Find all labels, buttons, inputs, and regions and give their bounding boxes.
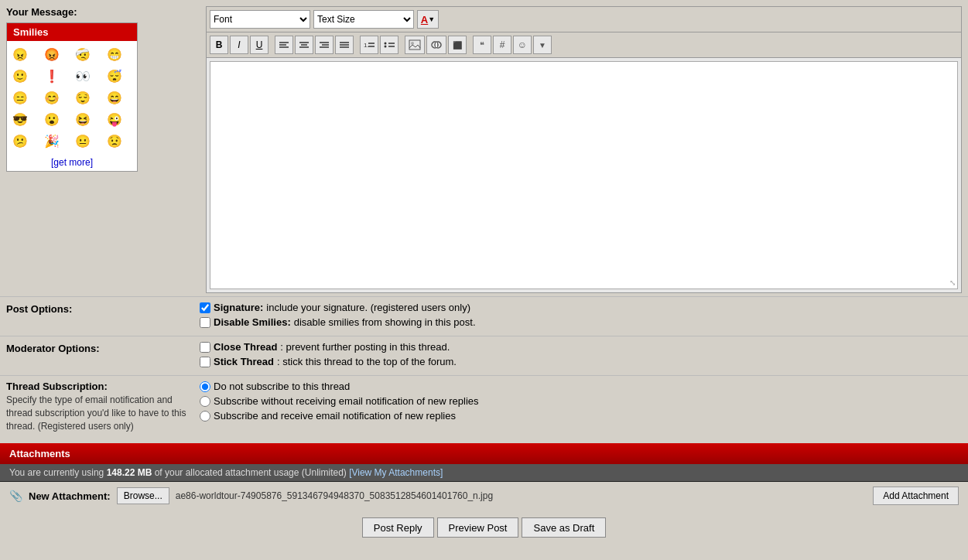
- size-select[interactable]: Text Size: [313, 10, 414, 29]
- save-draft-button[interactable]: Save as Draft: [522, 517, 606, 538]
- svg-rect-19: [409, 40, 420, 50]
- close-thread-checkbox[interactable]: [200, 342, 210, 353]
- left-panel: Your Message: Smilies 😠 😡 🤕 😁 🙂 ❗ 👀 😴: [6, 6, 200, 293]
- attachments-header: Attachments: [0, 443, 968, 464]
- signature-desc: include your signature. (registered user…: [266, 302, 470, 313]
- stick-thread-label: Stick Thread: [214, 356, 274, 367]
- align-justify-button[interactable]: [335, 36, 354, 54]
- insert-image-button[interactable]: [405, 36, 425, 54]
- resize-handle[interactable]: ⤡: [949, 278, 956, 287]
- underline-button[interactable]: U: [250, 36, 269, 54]
- moderator-options-label: Moderator Options:: [6, 341, 200, 370]
- stick-thread-checkbox[interactable]: [200, 357, 210, 367]
- smiley-15[interactable]: 😆: [73, 109, 93, 129]
- quote-button[interactable]: ❝: [473, 36, 491, 54]
- smiley-5[interactable]: 🙂: [10, 66, 30, 86]
- bottom-buttons: Post Reply Preview Post Save as Draft: [0, 510, 968, 545]
- smiley-4[interactable]: 😁: [104, 44, 125, 64]
- smiley-11[interactable]: 😌: [73, 87, 93, 108]
- post-options-label: Post Options:: [6, 302, 200, 331]
- post-options-section: Post Options: Signature: include your si…: [0, 296, 968, 336]
- text-color-button[interactable]: A ▼: [417, 10, 439, 29]
- attachment-filename: ae86-worldtour-74905876_591346794948370_…: [176, 490, 493, 501]
- svg-text:1.: 1.: [364, 42, 369, 49]
- thread-subscription-section: Thread Subscription: Specify the type of…: [0, 375, 968, 437]
- usage-size: 148.22 MB: [107, 467, 152, 478]
- color-a-icon: A: [421, 14, 428, 26]
- smiley-3[interactable]: 🤕: [73, 44, 93, 64]
- get-more-link[interactable]: [get more]: [51, 157, 93, 168]
- smiley-8[interactable]: 😴: [104, 66, 125, 86]
- insert-link-button[interactable]: [426, 36, 446, 54]
- attachments-section: Attachments You are currently using 148.…: [0, 443, 968, 510]
- paperclip-icon: 📎: [9, 490, 22, 502]
- subscription-title: Thread Subscription:: [6, 381, 200, 392]
- subscribe-email-label: Subscribe and receive email notification…: [214, 410, 456, 422]
- subscribe-no-email-radio[interactable]: [200, 396, 210, 407]
- radio-row-3: Subscribe and receive email notification…: [200, 410, 962, 422]
- main-container: Your Message: Smilies 😠 😡 🤕 😁 🙂 ❗ 👀 😴: [0, 0, 968, 545]
- font-select[interactable]: Font: [210, 10, 310, 29]
- italic-button[interactable]: I: [230, 36, 248, 54]
- align-right-button[interactable]: [315, 36, 333, 54]
- toolbar-row1: Font Text Size A ▼: [207, 7, 961, 32]
- disable-smilies-checkbox[interactable]: [200, 317, 210, 328]
- more-dropdown-button[interactable]: ▼: [533, 36, 552, 54]
- svg-point-16: [385, 46, 387, 48]
- new-attachment-row: 📎 New Attachment: Browse... ae86-worldto…: [0, 482, 968, 510]
- ordered-list-button[interactable]: 1.: [360, 36, 378, 54]
- subscription-desc: Specify the type of email notification a…: [6, 394, 200, 432]
- smiley-9[interactable]: 😑: [10, 87, 30, 108]
- smiley-16[interactable]: 😜: [104, 109, 125, 129]
- smiley-7[interactable]: 👀: [73, 66, 93, 86]
- smiley-14[interactable]: 😮: [42, 109, 62, 129]
- bold-button[interactable]: B: [210, 36, 228, 54]
- smiley-12[interactable]: 😄: [104, 87, 125, 108]
- view-attachments-link[interactable]: [View My Attachments]: [349, 467, 443, 478]
- disable-smilies-label: Disable Smilies:: [214, 316, 291, 328]
- smiley-13[interactable]: 😎: [10, 109, 30, 129]
- subscribe-email-radio[interactable]: [200, 411, 210, 422]
- align-left-button[interactable]: [275, 36, 293, 54]
- radio-row-1: Do not subscribe to this thread: [200, 381, 962, 392]
- smilies-grid: 😠 😡 🤕 😁 🙂 ❗ 👀 😴 😑 😊 😌 😄 😎: [7, 41, 137, 154]
- smiley-17[interactable]: 😕: [10, 131, 30, 151]
- post-reply-button[interactable]: Post Reply: [362, 517, 434, 538]
- attachments-usage: You are currently using 148.22 MB of you…: [0, 464, 968, 482]
- smiley-20[interactable]: 😟: [104, 131, 125, 151]
- no-subscribe-radio[interactable]: [200, 381, 210, 392]
- close-thread-option-row: Close Thread : prevent further posting i…: [200, 341, 962, 353]
- smilies-header: Smilies: [7, 23, 137, 41]
- smilies-box: Smilies 😠 😡 🤕 😁 🙂 ❗ 👀 😴 😑 😊 😌: [6, 22, 138, 172]
- your-message-section: Your Message: Smilies 😠 😡 🤕 😁 🙂 ❗ 👀 😴: [0, 0, 968, 296]
- hash-button[interactable]: #: [493, 36, 511, 54]
- signature-label: Signature:: [214, 302, 263, 313]
- message-input[interactable]: [210, 62, 957, 286]
- get-more: [get more]: [7, 154, 137, 171]
- subscribe-no-email-label: Subscribe without receiving email notifi…: [214, 395, 479, 407]
- smiley-18[interactable]: 🎉: [42, 131, 62, 151]
- smiley-2[interactable]: 😡: [42, 44, 62, 64]
- browse-button[interactable]: Browse...: [117, 487, 169, 504]
- smiley-19[interactable]: 😐: [73, 131, 93, 151]
- editor-panel: Font Text Size A ▼ B I U: [206, 6, 962, 293]
- add-attachment-button[interactable]: Add Attachment: [873, 487, 959, 505]
- usage-suffix: of your allocated attachment usage (Unli…: [152, 467, 349, 478]
- smiley-button[interactable]: ☺: [513, 36, 532, 54]
- smiley-10[interactable]: 😊: [42, 87, 62, 108]
- stick-thread-option-row: Stick Thread : stick this thread to the …: [200, 356, 962, 367]
- preview-post-button[interactable]: Preview Post: [437, 517, 519, 538]
- toolbar-row2: B I U 1.: [207, 32, 961, 58]
- svg-point-15: [385, 43, 387, 45]
- moderator-options-section: Moderator Options: Close Thread : preven…: [0, 336, 968, 375]
- no-subscribe-label: Do not subscribe to this thread: [214, 381, 350, 392]
- insert-code-button[interactable]: ⬛: [448, 36, 467, 54]
- disable-smilies-desc: disable smilies from showing in this pos…: [294, 316, 476, 328]
- smiley-1[interactable]: 😠: [10, 44, 30, 64]
- signature-checkbox[interactable]: [200, 302, 210, 313]
- unordered-list-button[interactable]: [380, 36, 398, 54]
- moderator-options-content: Close Thread : prevent further posting i…: [200, 341, 962, 370]
- smiley-6[interactable]: ❗: [42, 66, 62, 86]
- align-center-button[interactable]: [295, 36, 313, 54]
- close-thread-label: Close Thread: [214, 341, 277, 353]
